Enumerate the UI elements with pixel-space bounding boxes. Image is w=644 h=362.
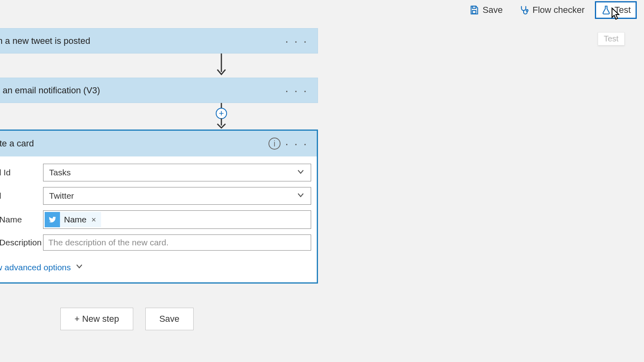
name-label: Card Name — [0, 215, 43, 224]
list-value: Twitter — [49, 191, 74, 201]
desc-label: Card Description — [0, 238, 43, 247]
more-icon[interactable]: · · · — [285, 84, 308, 97]
chevron-down-icon — [296, 191, 305, 202]
list-select[interactable]: Twitter — [43, 187, 311, 205]
insert-step-button[interactable]: + — [216, 108, 227, 119]
email-step[interactable]: Send an email notification (V3) · · · — [0, 78, 318, 103]
remove-token-icon[interactable]: × — [90, 215, 98, 224]
flow-checker-button[interactable]: Flow checker — [513, 1, 591, 19]
test-button[interactable]: Test — [595, 1, 637, 19]
test-label: Test — [615, 5, 631, 15]
info-icon[interactable]: i — [268, 138, 281, 150]
create-card-title: Create a card — [0, 138, 34, 149]
name-input[interactable]: Name × — [43, 210, 311, 229]
more-icon[interactable]: · · · — [285, 34, 308, 48]
advanced-options-label: Show advanced options — [0, 263, 71, 272]
save-button[interactable]: Save — [463, 1, 509, 19]
twitter-icon — [45, 212, 60, 227]
flow-canvas: When a new tweet is posted · · · Send an… — [0, 28, 318, 284]
create-card-step: Create a card i · · · Board Id Tasks Lis… — [0, 130, 318, 284]
create-card-form: Board Id Tasks List Id Twitter — [0, 156, 317, 282]
save-label: Save — [483, 5, 503, 15]
save-icon — [469, 5, 479, 15]
advanced-options-toggle[interactable]: Show advanced options — [0, 256, 311, 278]
board-value: Tasks — [49, 168, 71, 177]
more-icon[interactable]: · · · — [285, 137, 308, 150]
flow-checker-label: Flow checker — [533, 5, 585, 15]
bottom-actions: + New step Save — [60, 308, 194, 330]
email-title: Send an email notification (V3) — [0, 85, 100, 96]
test-tooltip: Test — [598, 32, 625, 45]
trigger-title: When a new tweet is posted — [0, 36, 90, 46]
dynamic-token[interactable]: Name × — [45, 212, 101, 227]
svg-point-2 — [526, 10, 528, 11]
connector-arrow — [125, 53, 318, 78]
trigger-step[interactable]: When a new tweet is posted · · · — [0, 28, 318, 53]
flask-icon — [601, 5, 611, 15]
description-input[interactable] — [43, 234, 311, 251]
create-card-header[interactable]: Create a card i · · · — [0, 131, 317, 156]
chevron-down-icon — [296, 167, 305, 178]
chevron-down-icon — [75, 262, 84, 273]
token-label: Name — [63, 215, 87, 224]
board-row: Board Id Tasks — [0, 164, 311, 181]
connector-arrow: + — [125, 103, 318, 130]
save-flow-button[interactable]: Save — [145, 308, 194, 330]
name-row: Card Name Name × — [0, 210, 311, 229]
desc-row: Card Description — [0, 234, 311, 251]
svg-rect-1 — [473, 10, 476, 14]
stethoscope-icon — [519, 5, 529, 15]
new-step-button[interactable]: + New step — [60, 308, 133, 330]
board-label: Board Id — [0, 168, 43, 177]
top-toolbar: Save Flow checker Test — [463, 0, 644, 20]
board-select[interactable]: Tasks — [43, 164, 311, 181]
list-label: List Id — [0, 191, 43, 201]
list-row: List Id Twitter — [0, 187, 311, 205]
svg-rect-0 — [473, 6, 476, 8]
